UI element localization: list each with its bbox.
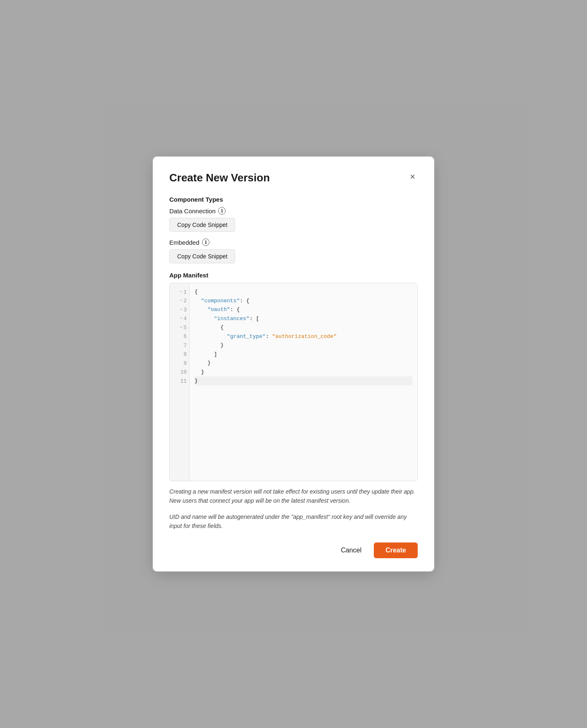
code-line-3: "oauth": { [195, 305, 412, 314]
embedded-info-icon: ℹ [202, 239, 209, 246]
code-line-6: "grant_type": "authorization_code" [195, 332, 412, 341]
code-line-2: "components": { [195, 297, 412, 306]
embedded-label: Embedded ℹ [169, 239, 418, 246]
close-button[interactable]: × [407, 171, 418, 182]
code-line-7: } [195, 341, 412, 350]
create-button[interactable]: Create [374, 542, 418, 558]
note-text-2: UID and name will be autogenerated under… [169, 512, 418, 531]
data-connection-label: Data Connection ℹ [169, 207, 418, 215]
modal-footer: Cancel Create [169, 542, 418, 558]
note-text-1: Creating a new manifest version will not… [169, 487, 418, 506]
data-connection-info-icon: ℹ [218, 207, 226, 215]
code-line-5: { [195, 323, 412, 332]
empty-code-area [195, 386, 412, 477]
modal-title: Create New Version [169, 171, 270, 184]
component-types-section: Component Types Data Connection ℹ Copy C… [169, 196, 418, 270]
code-line-10: } [195, 368, 412, 377]
modal-overlay: Create New Version × Component Types Dat… [0, 0, 587, 728]
modal-dialog: Create New Version × Component Types Dat… [153, 157, 434, 571]
component-types-heading: Component Types [169, 196, 418, 203]
embedded-copy-button[interactable]: Copy Code Snippet [169, 249, 235, 263]
code-line-8: ] [195, 350, 412, 359]
data-connection-copy-button[interactable]: Copy Code Snippet [169, 218, 235, 232]
line-numbers: ▾1 ▾2 ▾3 ▾4 ▾5 6 7 8 9 10 11 [170, 283, 190, 481]
data-connection-text: Data Connection [169, 207, 216, 215]
code-line-11: } [195, 376, 412, 386]
modal-header: Create New Version × [169, 171, 418, 184]
code-content: { "components": { "oauth": { "instances"… [190, 283, 417, 481]
code-line-4: "instances": [ [195, 314, 412, 323]
code-editor[interactable]: ▾1 ▾2 ▾3 ▾4 ▾5 6 7 8 9 10 11 { [169, 283, 418, 481]
code-line-1: { [195, 287, 412, 297]
code-line-9: } [195, 359, 412, 368]
cancel-button[interactable]: Cancel [334, 543, 368, 557]
app-manifest-section: App Manifest ▾1 ▾2 ▾3 ▾4 ▾5 6 7 8 9 10 [169, 272, 418, 481]
app-manifest-heading: App Manifest [169, 272, 418, 279]
embedded-text: Embedded [169, 239, 200, 246]
code-area: ▾1 ▾2 ▾3 ▾4 ▾5 6 7 8 9 10 11 { [170, 283, 417, 481]
